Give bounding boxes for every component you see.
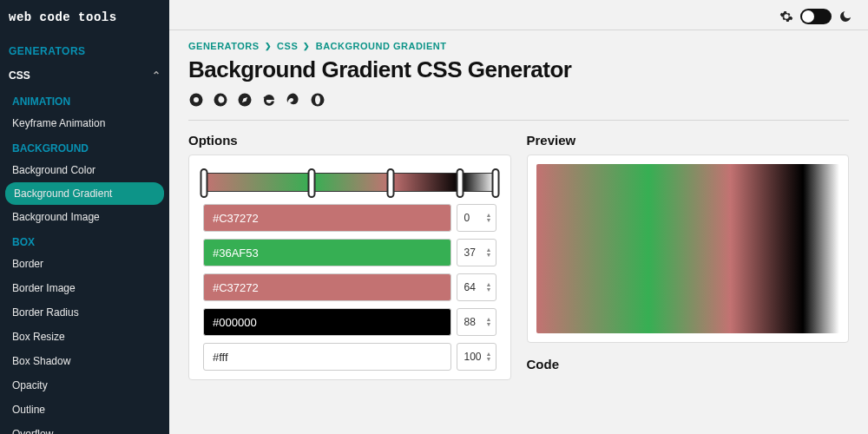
sidebar-item[interactable]: Overflow (0, 422, 169, 434)
page-title: Background Gradient CSS Generator (188, 56, 849, 83)
sidebar-item[interactable]: Background Gradient (5, 182, 164, 205)
chevron-up-icon: ⌃ (152, 69, 161, 82)
breadcrumb-current: BACKGROUND GRADIENT (316, 41, 447, 51)
code-title: Code (527, 357, 850, 372)
color-stop-row: #C372720▲▼ (203, 204, 496, 232)
browser-support (188, 92, 849, 108)
sidebar-item-css-label: CSS (9, 69, 30, 82)
color-stop-row: #00000088▲▼ (203, 308, 496, 336)
position-stepper[interactable]: 100▲▼ (457, 343, 496, 371)
gradient-bar[interactable] (203, 173, 496, 192)
svg-point-5 (315, 95, 320, 105)
chevron-right-icon: ❯ (303, 42, 311, 50)
breadcrumb-generators[interactable]: GENERATORS (188, 41, 260, 51)
sidebar-item[interactable]: Background Color (0, 158, 169, 182)
preview-title: Preview (527, 133, 850, 148)
options-panel: #C372720▲▼#36AF5337▲▼#C3727264▲▼#0000008… (188, 155, 511, 380)
opera-icon (310, 92, 326, 108)
theme-toggle[interactable] (800, 9, 832, 24)
sidebar-item-css[interactable]: CSS ⌃ (0, 62, 169, 89)
gradient-preview (536, 164, 840, 333)
gear-icon[interactable] (779, 10, 793, 23)
color-input[interactable]: #36AF53 (203, 239, 451, 266)
position-stepper[interactable]: 64▲▼ (457, 273, 496, 301)
position-stepper[interactable]: 37▲▼ (457, 239, 496, 266)
edge-icon (286, 92, 301, 108)
options-title: Options (188, 133, 511, 148)
color-input[interactable]: #000000 (203, 308, 451, 336)
sidebar-item[interactable]: Outline (0, 398, 169, 422)
sidebar-item[interactable]: Keyframe Animation (0, 111, 169, 135)
svg-point-1 (194, 97, 199, 102)
gradient-handle[interactable] (201, 168, 208, 198)
position-stepper[interactable]: 88▲▼ (457, 308, 496, 336)
moon-icon (838, 10, 852, 23)
sidebar-subheader: ANIMATION (0, 89, 169, 111)
color-input[interactable]: #C37272 (203, 204, 451, 232)
chrome-icon (188, 92, 204, 108)
sidebar-item[interactable]: Border Radius (0, 300, 169, 325)
chevron-right-icon: ❯ (265, 42, 273, 50)
gradient-handle[interactable] (457, 168, 464, 198)
color-stop-row: #36AF5337▲▼ (203, 239, 496, 266)
gradient-handle[interactable] (491, 168, 499, 198)
sidebar-item[interactable]: Box Shadow (0, 349, 169, 373)
sidebar-item[interactable]: Box Resize (0, 325, 169, 349)
sidebar-subheader: BACKGROUND (0, 135, 169, 158)
sidebar-item[interactable]: Border Image (0, 276, 169, 300)
ie-icon (261, 92, 277, 108)
sidebar-item[interactable]: Border (0, 252, 169, 276)
color-stop-row: #fff100▲▼ (203, 343, 496, 371)
firefox-icon (213, 92, 228, 108)
sidebar-item[interactable]: Background Image (0, 205, 169, 229)
gradient-handle[interactable] (386, 168, 394, 198)
main: GENERATORS ❯ CSS ❯ BACKGROUND GRADIENT B… (169, 0, 868, 434)
breadcrumb-css[interactable]: CSS (277, 41, 298, 51)
sidebar-item[interactable]: Opacity (0, 373, 169, 398)
color-input[interactable]: #C37272 (203, 273, 451, 301)
position-stepper[interactable]: 0▲▼ (457, 204, 496, 232)
breadcrumb: GENERATORS ❯ CSS ❯ BACKGROUND GRADIENT (188, 41, 849, 51)
color-stop-row: #C3727264▲▼ (203, 273, 496, 301)
sidebar-header-generators: GENERATORS (0, 36, 169, 62)
safari-icon (237, 92, 253, 108)
preview-panel (527, 155, 850, 343)
logo: web code tools (0, 0, 169, 36)
color-input[interactable]: #fff (203, 343, 451, 371)
sidebar-subheader: BOX (0, 229, 169, 252)
topbar (169, 0, 868, 30)
divider (188, 120, 849, 121)
gradient-handle[interactable] (308, 168, 316, 198)
sidebar: web code tools GENERATORS CSS ⌃ ANIMATIO… (0, 0, 169, 434)
